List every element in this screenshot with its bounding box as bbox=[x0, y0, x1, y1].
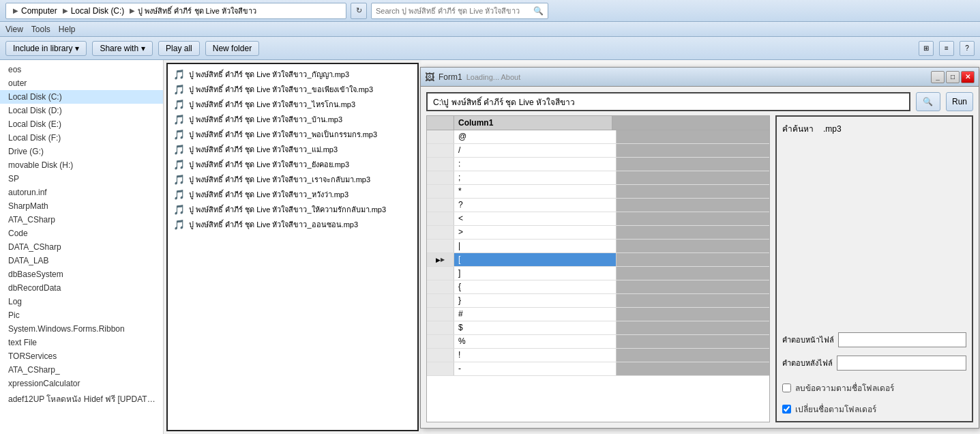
sidebar-item[interactable]: DATA_CSharp bbox=[0, 240, 163, 254]
checkbox1-label[interactable]: ลบข้อความตามชื่อโฟลเดอร์ bbox=[795, 381, 894, 394]
row-cell[interactable]: > bbox=[454, 226, 617, 239]
row-cell[interactable]: } bbox=[454, 294, 617, 307]
menu-tools[interactable]: Tools bbox=[31, 25, 50, 34]
table-row[interactable]: - bbox=[427, 362, 769, 376]
view-list-button[interactable]: ≡ bbox=[939, 41, 954, 56]
file-entry[interactable]: 🎵 ปู พงษ์สิทธิ์ คำภีร์ ชุด Live หัวใจสีข… bbox=[170, 67, 415, 82]
row-cell[interactable]: < bbox=[454, 212, 617, 225]
search-icon-button[interactable]: 🔍 bbox=[916, 92, 940, 111]
sidebar-item[interactable]: xpressionCalculator bbox=[0, 377, 163, 390]
sidebar-item[interactable]: Local Disk (E:) bbox=[0, 117, 163, 131]
row-cell[interactable]: # bbox=[454, 308, 617, 321]
file-entry[interactable]: 🎵 ปู พงษ์สิทธิ์ คำภีร์ ชุด Live หัวใจสีข… bbox=[170, 97, 415, 112]
row-cell[interactable]: $ bbox=[454, 321, 617, 334]
sidebar-item[interactable]: Drive (G:) bbox=[0, 145, 163, 158]
sidebar-item[interactable]: movable Disk (H:) bbox=[0, 158, 163, 172]
table-row[interactable]: < bbox=[427, 212, 769, 226]
table-row[interactable]: $ bbox=[427, 321, 769, 335]
file-entry[interactable]: 🎵 ปู พงษ์สิทธิ์ คำภีร์ ชุด Live หัวใจสีข… bbox=[170, 217, 415, 232]
new-folder-button[interactable]: New folder bbox=[205, 41, 259, 56]
table-row[interactable]: # bbox=[427, 308, 769, 321]
row-cell[interactable]: - bbox=[454, 362, 617, 375]
row-cell[interactable]: / bbox=[454, 144, 617, 157]
checkbox2-label[interactable]: เปลี่ยนชื่อตามโฟลเดอร์ bbox=[795, 403, 876, 416]
sidebar-item[interactable]: ATA_CSharp_ bbox=[0, 363, 163, 377]
suffix-input[interactable] bbox=[837, 356, 966, 371]
row-cell[interactable]: : bbox=[454, 158, 617, 171]
table-row-selected[interactable]: ▶ [ bbox=[427, 253, 769, 267]
sidebar-item[interactable]: outer bbox=[0, 76, 163, 90]
breadcrumb-folder[interactable]: ปู พงษ์สิทธิ์ คำภีร์ ชุด Live หัวใจสีขาว bbox=[138, 5, 256, 17]
table-row[interactable]: ; bbox=[427, 171, 769, 185]
table-row[interactable]: { bbox=[427, 280, 769, 294]
file-entry[interactable]: 🎵 ปู พงษ์สิทธิ์ คำภีร์ ชุด Live หัวใจสีข… bbox=[170, 172, 415, 187]
table-row[interactable]: ] bbox=[427, 267, 769, 280]
file-entry[interactable]: 🎵 ปู พงษ์สิทธิ์ คำภีร์ ชุด Live หัวใจสีข… bbox=[170, 187, 415, 202]
row-cell[interactable]: ! bbox=[454, 349, 617, 362]
checkbox1-delete[interactable] bbox=[782, 384, 791, 392]
maximize-button[interactable]: □ bbox=[946, 71, 960, 83]
sidebar-item[interactable]: Code bbox=[0, 227, 163, 240]
sidebar-item[interactable]: Local Disk (D:) bbox=[0, 104, 163, 117]
sidebar-item[interactable]: Log bbox=[0, 295, 163, 308]
sidebar-item-local-c[interactable]: Local Disk (C:) bbox=[0, 90, 163, 104]
row-cell[interactable]: ; bbox=[454, 171, 617, 184]
sidebar-item[interactable]: ATA_CSharp bbox=[0, 213, 163, 227]
prefix-input[interactable] bbox=[838, 332, 966, 347]
file-entry[interactable]: 🎵 ปู พงษ์สิทธิ์ คำภีร์ ชุด Live หัวใจสีข… bbox=[170, 112, 415, 127]
sidebar-item[interactable]: TORServices bbox=[0, 349, 163, 363]
checkbox2-rename[interactable] bbox=[782, 405, 791, 414]
sidebar-item[interactable]: Local Disk (F:) bbox=[0, 131, 163, 145]
sidebar-item[interactable]: SP bbox=[0, 172, 163, 186]
search-bar[interactable]: 🔍 bbox=[371, 3, 548, 19]
close-button[interactable]: ✕ bbox=[961, 71, 975, 83]
breadcrumb-computer[interactable]: Computer bbox=[21, 6, 57, 16]
minimize-button[interactable]: _ bbox=[931, 71, 945, 83]
file-entry[interactable]: 🎵 ปู พงษ์สิทธิ์ คำภีร์ ชุด Live หัวใจสีข… bbox=[170, 82, 415, 97]
table-row[interactable]: | bbox=[427, 240, 769, 253]
column1-header[interactable]: Column1 bbox=[454, 116, 612, 130]
breadcrumb[interactable]: ▶ Computer ▶ Local Disk (C:) ▶ ปู พงษ์สิ… bbox=[5, 3, 346, 19]
refresh-button[interactable]: ↻ bbox=[351, 3, 367, 19]
file-entry[interactable]: 🎵 ปู พงษ์สิทธิ์ คำภีร์ ชุด Live หัวใจสีข… bbox=[170, 202, 415, 217]
table-row[interactable]: % bbox=[427, 335, 769, 349]
run-button[interactable]: Run bbox=[946, 92, 973, 111]
breadcrumb-disk[interactable]: Local Disk (C:) bbox=[71, 6, 125, 16]
play-all-button[interactable]: Play all bbox=[158, 41, 200, 56]
sidebar-item[interactable]: text File bbox=[0, 336, 163, 349]
sidebar-item[interactable]: eos bbox=[0, 63, 163, 76]
search-input[interactable] bbox=[376, 7, 533, 15]
row-cell-selected[interactable]: [ bbox=[454, 253, 617, 266]
table-row[interactable]: ? bbox=[427, 199, 769, 212]
file-entry[interactable]: 🎵 ปู พงษ์สิทธิ์ คำภีร์ ชุด Live หัวใจสีข… bbox=[170, 157, 415, 172]
view-toggle-button[interactable]: ⊞ bbox=[919, 41, 934, 56]
row-cell[interactable]: { bbox=[454, 280, 617, 293]
row-cell[interactable]: @ bbox=[454, 130, 617, 143]
sidebar-item[interactable]: dbRecordData bbox=[0, 281, 163, 295]
sidebar-item[interactable]: dbBaseSystem bbox=[0, 267, 163, 281]
sidebar-item[interactable]: autorun.inf bbox=[0, 186, 163, 199]
row-cell[interactable]: % bbox=[454, 335, 617, 348]
table-row[interactable]: * bbox=[427, 185, 769, 199]
sidebar-item[interactable]: adef12UP โหลดหนัง Hidef ฟรี [UPDATE!! อุ… bbox=[0, 390, 163, 407]
table-row[interactable]: : bbox=[427, 158, 769, 171]
path-input[interactable] bbox=[426, 92, 910, 111]
sidebar-item[interactable]: SharpMath bbox=[0, 199, 163, 213]
share-with-button[interactable]: Share with ▾ bbox=[92, 41, 153, 56]
table-row[interactable]: / bbox=[427, 144, 769, 158]
help-button[interactable]: ? bbox=[960, 41, 975, 56]
table-row[interactable]: > bbox=[427, 226, 769, 240]
file-entry[interactable]: 🎵 ปู พงษ์สิทธิ์ คำภีร์ ชุด Live หัวใจสีข… bbox=[170, 127, 415, 142]
sidebar-item[interactable]: Pic bbox=[0, 308, 163, 322]
menu-view[interactable]: View bbox=[5, 25, 23, 34]
include-library-button[interactable]: Include in library ▾ bbox=[5, 41, 87, 56]
row-cell[interactable]: * bbox=[454, 185, 617, 198]
table-row[interactable]: ! bbox=[427, 349, 769, 362]
menu-help[interactable]: Help bbox=[59, 25, 76, 34]
table-row[interactable]: } bbox=[427, 294, 769, 308]
grid-body[interactable]: @ / : ; bbox=[427, 130, 769, 422]
sidebar-item-ribbon[interactable]: System.Windows.Forms.Ribbon bbox=[0, 322, 163, 336]
row-cell[interactable]: ] bbox=[454, 267, 617, 280]
row-cell[interactable]: ? bbox=[454, 199, 617, 212]
row-cell[interactable]: | bbox=[454, 240, 617, 252]
